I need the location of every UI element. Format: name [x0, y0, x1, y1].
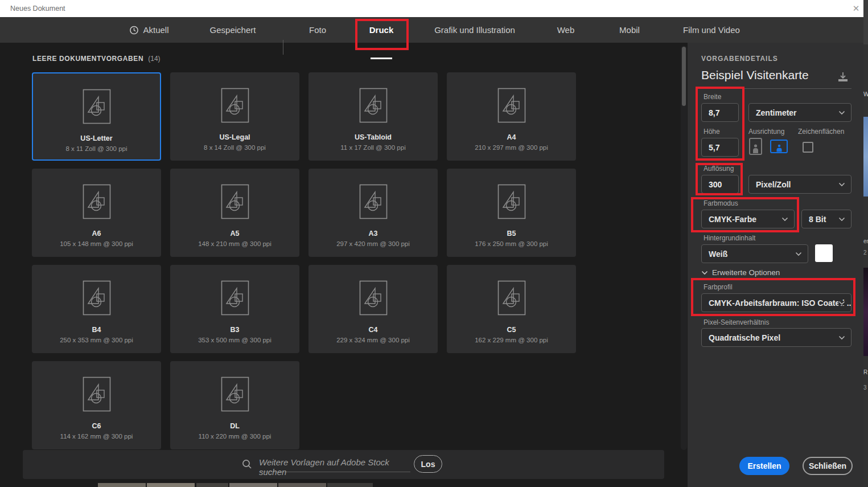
preset-name: DL	[230, 422, 240, 430]
preset-card[interactable]: C6 114 x 162 mm @ 300 ppi	[32, 361, 161, 449]
height-label: Höhe	[704, 128, 720, 136]
preset-size: 229 x 324 mm @ 300 ppi	[336, 337, 410, 343]
preset-name: C4	[369, 326, 378, 334]
create-button[interactable]: Erstellen	[739, 457, 789, 475]
go-button[interactable]: Los	[414, 455, 442, 473]
search-icon	[241, 459, 253, 470]
stock-search-bar: Weitere Vorlagen auf Adobe Stock suchen …	[23, 450, 664, 479]
preset-card[interactable]: B5 176 x 250 mm @ 300 ppi	[447, 169, 576, 257]
tab-label: Grafik und Illustration	[434, 25, 515, 35]
color-mode-dropdown[interactable]: CMYK-Farbe	[701, 210, 795, 228]
orientation-label: Ausrichtung	[748, 128, 784, 136]
width-field[interactable]	[701, 103, 739, 122]
height-field[interactable]	[701, 138, 739, 157]
preset-size: 8 x 11 Zoll @ 300 ppi	[66, 145, 127, 152]
preset-card[interactable]: A4 210 x 297 mm @ 300 ppi	[447, 72, 576, 161]
document-preset-icon	[221, 88, 249, 123]
color-profile-dropdown[interactable]: CMYK-Arbeitsfarbraum: ISO Coated ...	[701, 293, 851, 312]
units-dropdown[interactable]: Zentimeter	[748, 103, 851, 122]
resolution-unit-dropdown[interactable]: Pixel/Zoll	[748, 175, 851, 194]
preset-card[interactable]: US-Letter 8 x 11 Zoll @ 300 ppi	[32, 72, 161, 161]
tab-grafik-und-illustration[interactable]: Grafik und Illustration	[434, 17, 515, 43]
tab-label: Web	[557, 25, 575, 35]
resolution-unit-value: Pixel/Zoll	[756, 180, 791, 189]
tab-mobil[interactable]: Mobil	[619, 17, 640, 43]
tab-separator	[283, 40, 283, 55]
edge-block	[863, 0, 868, 44]
template-thumbnail-sliver	[229, 483, 277, 487]
preset-card[interactable]: A5 148 x 210 mm @ 300 ppi	[170, 169, 299, 257]
tab-label: Gespeichert	[210, 25, 256, 35]
orientation-landscape-button[interactable]	[770, 140, 788, 153]
save-preset-icon[interactable]	[837, 72, 849, 83]
preset-name: C6	[92, 422, 101, 430]
pixel-aspect-value: Quadratische Pixel	[709, 333, 780, 342]
document-preset-icon	[497, 280, 526, 316]
background-dropdown[interactable]: Weiß	[701, 244, 808, 263]
preset-card[interactable]: B4 250 x 353 mm @ 300 ppi	[32, 265, 161, 353]
tab-film-und-video[interactable]: Film und Video	[683, 17, 740, 43]
portrait-person-icon	[752, 144, 759, 154]
document-preset-icon	[83, 89, 111, 124]
tab-aktuell[interactable]: Aktuell	[129, 17, 168, 43]
chevron-down-icon	[795, 252, 802, 256]
preset-card[interactable]: US-Tabloid 11 x 17 Zoll @ 300 ppi	[308, 72, 438, 161]
bit-depth-value: 8 Bit	[809, 215, 826, 224]
preset-size: 8 x 14 Zoll @ 300 ppi	[204, 144, 266, 151]
artboards-checkbox[interactable]	[803, 142, 813, 153]
preset-card[interactable]: A6 105 x 148 mm @ 300 ppi	[32, 169, 161, 257]
close-icon[interactable]: ✕	[850, 3, 862, 14]
preset-name: B5	[507, 230, 516, 238]
pixel-aspect-dropdown[interactable]: Quadratische Pixel	[701, 328, 851, 347]
document-preset-icon	[83, 376, 111, 412]
tab-gespeichert[interactable]: Gespeichert	[210, 17, 256, 43]
document-preset-icon	[221, 280, 249, 316]
tab-label: Druck	[369, 25, 394, 35]
scrollbar-thumb[interactable]	[682, 47, 686, 106]
preset-card[interactable]: C4 229 x 324 mm @ 300 ppi	[308, 265, 438, 353]
preset-card[interactable]: DL 110 x 220 mm @ 300 ppi	[170, 361, 299, 449]
tab-foto[interactable]: Foto	[309, 17, 326, 43]
preset-card[interactable]: B3 353 x 500 mm @ 300 ppi	[170, 265, 299, 353]
landscape-person-icon	[776, 144, 783, 152]
panel-header: VORGABENDETAILS	[701, 55, 778, 63]
preset-name: A4	[507, 133, 516, 141]
category-tabbar: Aktuell Gespeichert Foto Druck Grafik un…	[0, 17, 863, 43]
tab-label: Mobil	[619, 25, 640, 35]
tab-web[interactable]: Web	[557, 17, 575, 43]
advanced-options-toggle[interactable]: Erweiterte Optionen	[701, 268, 780, 277]
stock-search-input[interactable]: Weitere Vorlagen auf Adobe Stock suchen	[259, 457, 410, 472]
preset-card[interactable]: A3 297 x 420 mm @ 300 ppi	[308, 169, 438, 257]
template-thumbnail-sliver	[98, 483, 146, 487]
panel-divider	[701, 88, 851, 89]
preset-card[interactable]: C5 162 x 229 mm @ 300 ppi	[447, 265, 576, 353]
preset-size: 110 x 220 mm @ 300 ppi	[199, 433, 271, 440]
template-thumbnail-sliver	[196, 483, 228, 487]
edge-text-fragment: W	[863, 91, 868, 97]
bit-depth-dropdown[interactable]: 8 Bit	[801, 210, 851, 228]
edge-text-fragment: R	[863, 369, 867, 375]
preset-card[interactable]: US-Legal 8 x 14 Zoll @ 300 ppi	[170, 72, 299, 161]
orientation-portrait-button[interactable]	[749, 138, 762, 155]
edge-text-fragment: er	[863, 238, 868, 244]
preset-name: A6	[92, 230, 101, 238]
preset-name: C5	[507, 326, 516, 334]
artboards-label: Zeichenflächen	[798, 128, 844, 136]
document-title[interactable]: Beispiel Visitenkarte	[701, 68, 809, 82]
background-color-swatch[interactable]	[815, 244, 833, 262]
color-profile-label: Farbprofil	[704, 283, 733, 291]
preset-size: 162 x 229 mm @ 300 ppi	[475, 337, 548, 343]
chevron-down-icon	[838, 335, 845, 340]
window-titlebar: Neues Dokument ✕	[0, 0, 863, 17]
width-label: Breite	[704, 93, 721, 101]
advanced-options-label: Erweiterte Optionen	[712, 268, 780, 277]
edge-text-fragment: 3	[863, 384, 867, 391]
tab-druck[interactable]: Druck	[369, 17, 394, 43]
scrollbar-track[interactable]	[681, 46, 687, 450]
resolution-field[interactable]	[701, 175, 739, 194]
close-button[interactable]: Schließen	[803, 457, 853, 475]
preset-name: B4	[92, 326, 101, 334]
preset-name: B3	[231, 326, 240, 334]
resolution-label: Auflösung	[704, 165, 734, 173]
background-label: Hintergrundinhalt	[704, 234, 755, 242]
